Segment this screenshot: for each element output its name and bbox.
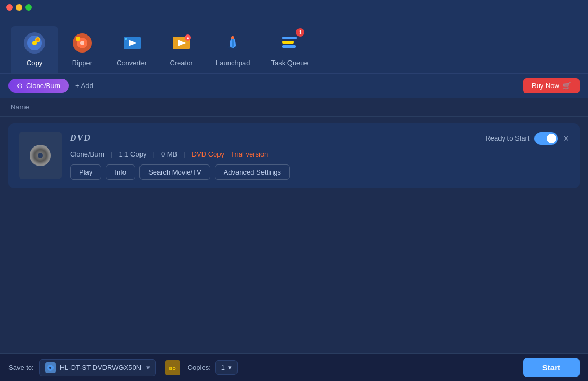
item-copy-type: 1:1 Copy xyxy=(119,150,146,158)
advanced-settings-button[interactable]: Advanced Settings xyxy=(215,164,290,180)
item-meta: Clone/Burn | 1:1 Copy | 0 MB | DVD Copy … xyxy=(70,150,569,158)
clone-burn-button[interactable]: ⊙ Clone/Burn xyxy=(8,79,69,93)
ripper-icon xyxy=(69,30,95,56)
item-content: DVD Ready to Start × Clone/Burn | 1:1 Co… xyxy=(70,132,569,180)
top-nav: Copy Ripper Conve xyxy=(0,15,588,73)
nav-item-copy[interactable]: Copy xyxy=(11,26,58,73)
bottom-bar: Save to: HL-DT-ST DVDRWGX50N ▾ ISO Copie… xyxy=(0,353,588,381)
nav-converter-label: Converter xyxy=(117,59,147,67)
svg-text:ISO: ISO xyxy=(169,366,176,371)
add-button[interactable]: + Add xyxy=(75,82,93,90)
copy-icon xyxy=(22,30,47,56)
titlebar xyxy=(0,0,588,15)
copies-dropdown-arrow-icon: ▾ xyxy=(228,363,232,371)
buy-now-label: Buy Now xyxy=(532,82,559,90)
info-button[interactable]: Info xyxy=(106,164,135,180)
svg-rect-15 xyxy=(187,37,189,38)
drive-icon xyxy=(45,362,56,373)
svg-rect-8 xyxy=(76,37,80,41)
clone-burn-label: Clone/Burn xyxy=(26,82,60,90)
item-thumbnail xyxy=(19,132,62,179)
item-buttons: Play Info Search Movie/TV Advanced Setti… xyxy=(70,164,569,180)
nav-item-taskqueue[interactable]: 1 Task Queue xyxy=(260,26,318,73)
svg-point-14 xyxy=(185,34,191,41)
converter-icon xyxy=(119,30,145,56)
dvd-copy-label: DVD Copy xyxy=(192,150,224,158)
name-column-header: Name xyxy=(11,103,29,111)
copies-dropdown[interactable]: 1 ▾ xyxy=(215,360,238,375)
cart-icon: 🛒 xyxy=(563,82,571,90)
save-to-label: Save to: xyxy=(8,363,34,371)
svg-rect-16 xyxy=(187,38,189,39)
svg-rect-11 xyxy=(125,38,127,40)
launchpad-icon xyxy=(220,30,245,56)
nav-item-ripper[interactable]: Ripper xyxy=(58,26,106,73)
search-movie-button[interactable]: Search Movie/TV xyxy=(139,164,210,180)
close-button[interactable] xyxy=(6,4,13,11)
svg-point-4 xyxy=(36,38,39,41)
minimize-button[interactable] xyxy=(16,4,22,11)
copies-label: Copies: xyxy=(188,363,211,371)
nav-item-converter[interactable]: Converter xyxy=(106,26,157,73)
svg-point-7 xyxy=(80,41,84,45)
copies-value: 1 xyxy=(221,363,225,371)
clone-burn-icon: ⊙ xyxy=(17,82,23,90)
maximize-button[interactable] xyxy=(25,4,32,11)
toolbar: ⊙ Clone/Burn + Add Buy Now 🛒 xyxy=(0,73,588,98)
nav-ripper-label: Ripper xyxy=(72,59,92,67)
svg-point-18 xyxy=(231,36,234,39)
item-mode: Clone/Burn xyxy=(70,150,104,158)
svg-rect-19 xyxy=(282,37,297,39)
svg-rect-21 xyxy=(282,45,296,48)
nav-creator-label: Creator xyxy=(170,59,192,67)
svg-point-24 xyxy=(49,367,51,369)
nav-item-creator[interactable]: Creator xyxy=(157,26,205,73)
iso-icon: ISO xyxy=(165,360,180,375)
add-label: + Add xyxy=(75,82,93,90)
enable-toggle[interactable] xyxy=(534,132,558,145)
trial-label: Trial version xyxy=(231,150,268,158)
task-queue-badge: 1 xyxy=(296,28,304,37)
play-button[interactable]: Play xyxy=(70,164,101,180)
nav-launchpad-label: Launchpad xyxy=(216,59,250,67)
dvd-logo: DVD xyxy=(70,132,102,145)
dvd-logo-text: DVD xyxy=(70,137,102,145)
content-area: Name DVD Ready to Start xyxy=(0,98,588,381)
svg-text:DVD: DVD xyxy=(70,133,91,142)
ready-status: Ready to Start xyxy=(485,134,529,142)
item-size: 0 MB xyxy=(161,150,177,158)
item-row: DVD Ready to Start × Clone/Burn | 1:1 Co… xyxy=(8,123,580,188)
taskqueue-icon: 1 xyxy=(277,30,302,56)
dropdown-arrow-icon: ▾ xyxy=(146,363,150,371)
copies-area: Copies: 1 ▾ xyxy=(188,360,238,375)
nav-taskqueue-label: Task Queue xyxy=(271,59,308,67)
save-to-dropdown[interactable]: HL-DT-ST DVDRWGX50N ▾ xyxy=(39,359,156,376)
table-header: Name xyxy=(0,98,588,117)
start-button[interactable]: Start xyxy=(523,358,580,377)
buy-now-button[interactable]: Buy Now 🛒 xyxy=(523,78,580,93)
dvd-disc-icon xyxy=(30,145,51,166)
item-status-area: Ready to Start × xyxy=(485,132,569,145)
item-top-row: DVD Ready to Start × xyxy=(70,132,569,145)
creator-icon xyxy=(169,30,194,56)
drive-name: HL-DT-ST DVDRWGX50N xyxy=(60,363,141,371)
traffic-lights xyxy=(6,4,32,11)
nav-copy-label: Copy xyxy=(27,59,42,67)
svg-rect-20 xyxy=(282,41,294,44)
nav-item-launchpad[interactable]: Launchpad xyxy=(205,26,260,73)
item-close-button[interactable]: × xyxy=(563,134,569,143)
